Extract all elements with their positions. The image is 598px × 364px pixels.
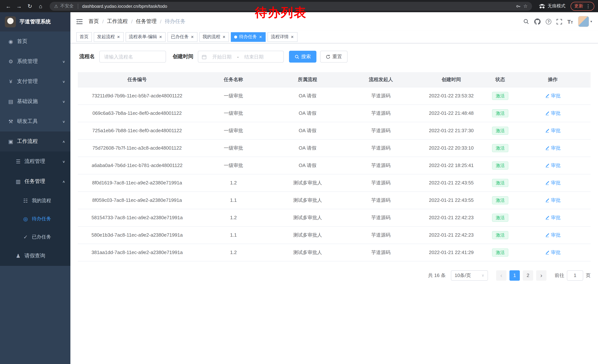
- approve-button[interactable]: 审批: [545, 179, 561, 186]
- total-count: 共 16 条: [428, 272, 446, 279]
- tab-3[interactable]: 已办任务×: [167, 32, 197, 42]
- edit-icon: [545, 163, 549, 168]
- action-cell: 审批: [515, 105, 590, 122]
- address-bar[interactable]: ⚠ 不安全 dashboard.yudao.iocoder.cn/bpm/tas…: [50, 2, 532, 11]
- page-size-select[interactable]: 10条/页 ∨: [451, 270, 488, 281]
- process-cell: 测试多审批人: [270, 226, 345, 244]
- forward-button[interactable]: →: [15, 1, 24, 11]
- status-cell: 激活: [485, 191, 515, 209]
- status-badge: 激活: [492, 92, 508, 100]
- back-button[interactable]: ←: [4, 1, 13, 11]
- breadcrumb-item-1[interactable]: 工作流程: [107, 18, 128, 25]
- approve-button[interactable]: 审批: [545, 110, 561, 116]
- github-icon[interactable]: [534, 18, 540, 25]
- sidebar-item-label: 已办任务: [32, 234, 65, 240]
- search-button[interactable]: 搜索: [289, 51, 316, 63]
- task-name-cell: 1.2: [196, 174, 270, 191]
- created-time-cell: 2022-01-21 22:41:29: [417, 244, 485, 261]
- approve-button[interactable]: 审批: [545, 197, 561, 203]
- task-id-cell: 8f059c03-7ac8-11ec-a9e2-a2380e71991a: [78, 191, 196, 209]
- sidebar-item-9[interactable]: ◎待办任务: [0, 210, 70, 228]
- tab-5[interactable]: 待办任务×: [231, 32, 266, 42]
- payment-icon: ¥: [8, 79, 14, 84]
- date-range-picker[interactable]: -: [198, 51, 284, 63]
- approve-button[interactable]: 审批: [545, 145, 561, 151]
- breadcrumb-separator: /: [102, 18, 104, 24]
- star-icon[interactable]: ☆: [523, 3, 528, 9]
- screen: ← → ↻ ⌂ ⚠ 不安全 dashboard.yudao.iocoder.cn…: [0, 0, 598, 364]
- status-cell: 激活: [485, 157, 515, 174]
- page-button-1[interactable]: 1: [509, 270, 520, 281]
- page-button-2[interactable]: 2: [523, 270, 533, 281]
- status-badge: 激活: [492, 248, 508, 256]
- browser-menu-icon[interactable]: ⋮: [586, 3, 590, 9]
- logo[interactable]: 芋道管理系统: [0, 12, 70, 32]
- tab-2[interactable]: 流程表单-编辑×: [125, 32, 166, 42]
- update-button[interactable]: 更新 ⋮: [571, 2, 594, 11]
- fullscreen-icon[interactable]: [556, 19, 562, 24]
- tab-1[interactable]: 发起流程×: [94, 32, 124, 42]
- task-name-cell: 1.1: [196, 191, 270, 209]
- sidebar-item-label: 首页: [17, 38, 65, 45]
- sidebar-item-label: 工作流程: [17, 138, 62, 145]
- column-header: 操作: [515, 72, 590, 87]
- home-button[interactable]: ⌂: [36, 1, 45, 11]
- avatar-dropdown[interactable]: ▾: [578, 16, 592, 27]
- help-icon[interactable]: ?: [546, 19, 551, 24]
- start-date-input[interactable]: [208, 54, 236, 59]
- search-icon[interactable]: [523, 18, 529, 24]
- sidebar-item-2[interactable]: ¥支付管理∨: [0, 72, 70, 91]
- close-icon[interactable]: ×: [291, 34, 294, 39]
- font-size-icon[interactable]: TT: [567, 19, 573, 24]
- tab-4[interactable]: 我的流程×: [199, 32, 229, 42]
- sidebar-item-10[interactable]: ✓已办任务: [0, 228, 70, 246]
- sidebar-item-0[interactable]: ◉首页: [0, 32, 70, 51]
- reload-button[interactable]: ↻: [25, 1, 34, 11]
- sidebar-item-5[interactable]: ▣工作流程∧: [0, 131, 70, 152]
- approve-button[interactable]: 审批: [545, 249, 561, 256]
- prev-page-button[interactable]: ‹: [496, 270, 507, 281]
- table-row: 725a1eb6-7b88-11ec-8ef0-acde48001122一级审批…: [78, 122, 590, 139]
- sidebar-item-3[interactable]: ▤基础设施∨: [0, 91, 70, 112]
- goto-page-input[interactable]: [567, 270, 583, 281]
- breadcrumb-item-2[interactable]: 任务管理: [136, 18, 157, 25]
- tab-6[interactable]: 流程详情×: [267, 32, 297, 42]
- sidebar-item-label: 支付管理: [17, 78, 62, 85]
- sidebar-item-label: 基础设施: [17, 98, 62, 105]
- approve-button[interactable]: 审批: [545, 214, 561, 221]
- task-id-cell: 069c6a63-7b8a-11ec-8ef0-acde48001122: [78, 105, 196, 122]
- edit-icon: [545, 250, 549, 255]
- reset-button[interactable]: 重置: [320, 51, 348, 63]
- tab-0[interactable]: 首页: [76, 32, 92, 42]
- task-name-cell: 一级审批: [196, 157, 270, 174]
- approve-button[interactable]: 审批: [545, 162, 561, 169]
- sidebar-item-1[interactable]: ⚙系统管理∨: [0, 51, 70, 72]
- key-icon[interactable]: [516, 4, 521, 9]
- close-icon[interactable]: ×: [259, 34, 262, 39]
- navbar-actions: ? TT ▾: [523, 16, 592, 27]
- close-icon[interactable]: ×: [117, 34, 120, 39]
- breadcrumb-item-0[interactable]: 首页: [89, 18, 99, 25]
- tab-label: 待办任务: [239, 34, 257, 40]
- close-icon[interactable]: ×: [191, 34, 194, 39]
- sidebar-item-6[interactable]: ☰流程管理∨: [0, 152, 70, 171]
- sidebar-item-4[interactable]: ⚒研发工具∨: [0, 112, 70, 131]
- sidebar-item-8[interactable]: ☷我的流程: [0, 191, 70, 210]
- close-icon[interactable]: ×: [159, 34, 162, 39]
- end-date-input[interactable]: [240, 54, 268, 59]
- sidebar-item-7[interactable]: ▥任务管理∧: [0, 171, 70, 191]
- next-page-button[interactable]: ›: [536, 270, 547, 281]
- approve-label: 审批: [551, 214, 561, 221]
- status-cell: 激活: [485, 244, 515, 261]
- page-size-value: 10条/页: [455, 272, 471, 279]
- approve-button[interactable]: 审批: [545, 232, 561, 238]
- approve-button[interactable]: 审批: [545, 127, 561, 134]
- sidebar-toggle-icon[interactable]: [76, 19, 83, 24]
- approve-button[interactable]: 审批: [545, 92, 561, 99]
- process-name-input[interactable]: [99, 51, 166, 63]
- task-name-cell: 1.2: [196, 209, 270, 226]
- sidebar-item-11[interactable]: ♟请假查询: [0, 246, 70, 266]
- home-icon: ◉: [8, 39, 14, 44]
- close-icon[interactable]: ×: [222, 34, 226, 39]
- action-cell: 审批: [515, 87, 590, 105]
